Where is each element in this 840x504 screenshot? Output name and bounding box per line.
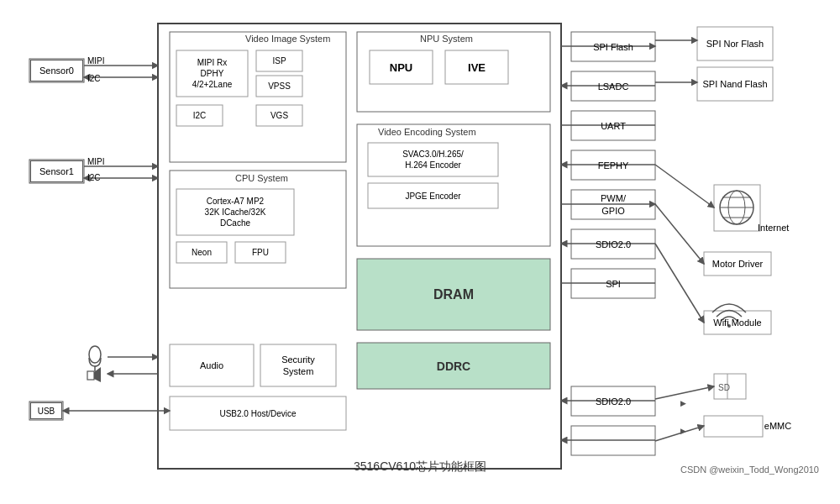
audio-box: Audio (171, 345, 253, 386)
svg-point-69 (728, 191, 745, 224)
i2c0-label: I2C (87, 74, 101, 83)
jpge-encoder-box: JPGE Encoder (369, 184, 497, 207)
h265-encoder-box: SVAC3.0/H.265/H.264 Encoder (369, 144, 497, 176)
emmc-arrow-label: ▶ (680, 427, 686, 435)
sd-arrow-label: ▶ (680, 399, 686, 407)
ive-box: IVE (446, 51, 507, 83)
svg-rect-36 (714, 374, 746, 399)
spi-nand-flash-label: SPI Nand Flash (698, 68, 772, 100)
svg-text:SD: SD (718, 383, 730, 392)
svg-rect-67 (87, 371, 94, 380)
usb-left-box: USB (30, 402, 62, 419)
svg-line-52 (655, 244, 704, 323)
mipi1-label: MIPI (87, 157, 105, 166)
vpss-box: VPSS (257, 76, 302, 96)
svg-line-54 (655, 426, 704, 441)
mipi0-label: MIPI (87, 56, 105, 66)
svg-point-68 (720, 191, 753, 224)
ves-title: Video Encoding System (378, 127, 476, 137)
svg-line-51 (655, 204, 704, 264)
mipi-rx-box: MIPI RxDPHY4/2+2Lane (177, 51, 247, 96)
svg-rect-30 (571, 426, 655, 455)
internet-label: Internet (758, 223, 789, 233)
spi-iface: SPI (572, 270, 654, 297)
spi-nor-flash-label: SPI Nor Flash (698, 28, 772, 60)
vis-title: Video Image System (245, 34, 330, 44)
uart-iface: UART (572, 112, 654, 139)
fpu-box: FPU (236, 243, 285, 262)
sensor0-box: Sensor0 (30, 60, 83, 81)
npu-title: NPU System (420, 34, 473, 44)
pwm-gpio-iface: PWM/GPIO (572, 191, 654, 218)
caption-right: CSDN @weixin_Todd_Wong2010 (680, 465, 819, 475)
isp-box: ISP (257, 51, 302, 71)
motor-driver-label: Motor Driver (705, 253, 770, 275)
svg-line-53 (655, 386, 714, 399)
i2c1-label: I2C (87, 173, 101, 182)
neon-box: Neon (177, 243, 226, 262)
npu-box: NPU (370, 51, 432, 83)
wifi-module-label: Wifi Module (705, 312, 770, 333)
svg-line-50 (655, 165, 714, 207)
usb-box: USB2.0 Host/Device (171, 397, 345, 429)
security-box: SecuritySystem (261, 345, 335, 386)
sdio20-bot-iface: SDIO2.0 (572, 387, 654, 415)
i2c-box: I2C (177, 106, 222, 125)
sensor1-box: Sensor1 (30, 160, 83, 182)
svg-rect-33 (714, 185, 760, 231)
cpu-title: CPU System (235, 173, 288, 183)
lsadc-iface: LSADC (572, 72, 654, 100)
ddrc-box: DDRC (358, 344, 549, 388)
emmc-label: eMMC (749, 416, 806, 435)
spi-flash-iface: SPI Flash (572, 33, 654, 60)
vgs-box: VGS (257, 106, 302, 125)
dram-box: DRAM (358, 260, 549, 329)
fephy-iface: FEPHY (572, 151, 654, 179)
svg-point-65 (89, 346, 101, 363)
sdio20-top-iface: SDIO2.0 (572, 230, 654, 258)
cortex-box: Cortex-A7 MP232K ICache/32KDCache (177, 190, 293, 234)
